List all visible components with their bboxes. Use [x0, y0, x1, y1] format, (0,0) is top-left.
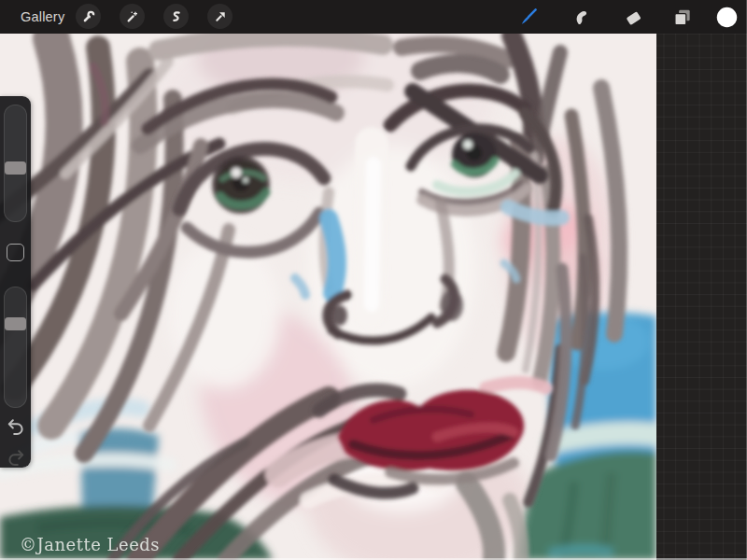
paintbrush-icon: [517, 7, 539, 28]
erase-tool-button[interactable]: [620, 5, 646, 29]
magic-wand-icon: [125, 9, 140, 24]
undo-arrow-icon: [6, 418, 26, 437]
wrench-icon: [81, 9, 96, 24]
brush-sidebar: [0, 96, 31, 468]
workspace-background: ©Janette Leeds: [0, 34, 747, 560]
undo-button[interactable]: [6, 418, 26, 437]
brush-size-handle[interactable]: [5, 161, 26, 175]
artist-credit: ©Janette Leeds: [20, 535, 160, 554]
smudge-finger-icon: [571, 7, 592, 28]
selection-button[interactable]: [163, 4, 189, 29]
procreate-window: Gallery: [0, 0, 747, 560]
actions-button[interactable]: [76, 4, 101, 29]
gallery-button[interactable]: Gallery: [21, 0, 64, 34]
top-toolbar: Gallery: [0, 0, 747, 34]
opacity-slider[interactable]: [4, 287, 27, 408]
redo-button[interactable]: [6, 449, 26, 468]
color-button[interactable]: [713, 5, 740, 29]
painting-canvas[interactable]: ©Janette Leeds: [0, 34, 656, 560]
transform-button[interactable]: [207, 4, 233, 29]
eraser-icon: [623, 7, 644, 28]
layers-icon: [671, 7, 693, 28]
smudge-tool-button[interactable]: [568, 5, 594, 29]
adjustments-button[interactable]: [120, 4, 145, 29]
modify-button[interactable]: [7, 244, 24, 261]
layers-button[interactable]: [669, 5, 695, 29]
opacity-handle[interactable]: [5, 317, 26, 330]
redo-arrow-icon: [6, 449, 26, 468]
color-swatch-circle: [716, 7, 738, 28]
portrait-painting-svg: [0, 34, 656, 560]
transform-arrow-icon: [213, 9, 228, 24]
paint-tool-button[interactable]: [514, 5, 541, 29]
selection-s-icon: [169, 9, 184, 24]
